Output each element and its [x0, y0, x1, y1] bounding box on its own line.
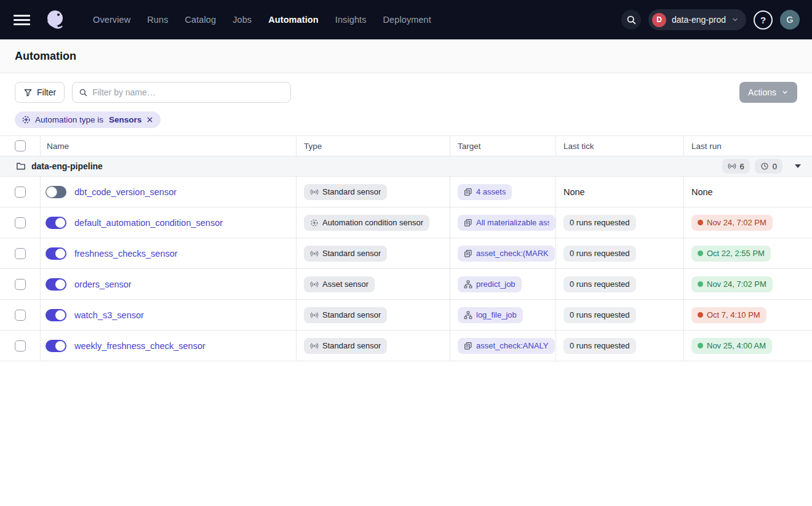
top-nav: OverviewRunsCatalogJobsAutomationInsight… — [0, 0, 812, 39]
table-row: default_automation_condition_sensor Auto… — [0, 207, 812, 238]
funnel-icon — [23, 88, 33, 97]
last-run-status[interactable]: Oct 7, 4:10 PM — [691, 307, 766, 323]
last-tick-status: 0 runs requested — [563, 307, 636, 323]
sensor-icon — [728, 162, 736, 171]
actions-button[interactable]: Actions — [739, 82, 797, 103]
name-filter-input[interactable] — [92, 87, 284, 97]
nav-item-automation[interactable]: Automation — [268, 15, 319, 25]
table-row: dbt_code_version_sensor Standard sensor — [0, 177, 812, 207]
sensor-icon — [310, 188, 319, 196]
asset-icon — [464, 249, 472, 258]
sensor-enabled-toggle[interactable] — [46, 247, 66, 260]
sensor-type-badge: Standard sensor — [304, 338, 387, 354]
deployment-avatar: D — [652, 13, 666, 27]
nav-item-jobs[interactable]: Jobs — [233, 15, 252, 25]
table-row: freshness_checks_sensor Standard sensor — [0, 238, 812, 269]
chevron-down-icon — [781, 89, 789, 96]
automation-table: Name Type Target Last tick Last run data… — [0, 135, 812, 361]
help-button[interactable]: ? — [754, 10, 773, 30]
last-run-status[interactable]: Nov 25, 4:00 AM — [691, 338, 772, 354]
select-all-checkbox[interactable] — [15, 140, 26, 151]
last-tick-status: 0 runs requested — [563, 338, 636, 354]
sensor-name-link[interactable]: dbt_code_version_sensor — [74, 187, 177, 197]
sensor-name-link[interactable]: weekly_freshness_check_sensor — [74, 341, 205, 351]
nav-item-runs[interactable]: Runs — [147, 15, 168, 25]
row-checkbox[interactable] — [15, 217, 26, 228]
last-run-status: None — [691, 187, 713, 197]
dagster-logo-icon[interactable] — [44, 8, 67, 31]
group-expand-caret[interactable] — [792, 164, 803, 168]
nav-items: OverviewRunsCatalogJobsAutomationInsight… — [93, 15, 431, 25]
clock-icon — [760, 162, 769, 171]
search-icon — [626, 15, 637, 25]
row-checkbox[interactable] — [15, 340, 26, 351]
sensor-enabled-toggle[interactable] — [46, 309, 66, 321]
run-status-dot — [698, 220, 703, 225]
row-checkbox[interactable] — [15, 310, 26, 321]
code-location-group-row[interactable]: data-eng-pipeline 6 0 — [0, 156, 812, 177]
sensor-icon — [310, 342, 319, 350]
row-checkbox[interactable] — [15, 279, 26, 290]
column-header-name: Name — [40, 136, 296, 156]
page-title: Automation — [15, 50, 76, 63]
target-link[interactable]: predict_job — [458, 276, 522, 292]
hamburger-menu-icon[interactable] — [14, 15, 30, 25]
sensor-type-badge: Automation condition sensor — [304, 215, 429, 231]
table-row: orders_sensor Asset sensor — [0, 269, 812, 300]
folder-icon — [16, 161, 26, 171]
toolbar: Filter Actions — [0, 73, 812, 110]
nav-item-deployment[interactable]: Deployment — [383, 15, 431, 25]
table-body: dbt_code_version_sensor Standard sensor — [0, 177, 812, 361]
sensor-icon — [310, 249, 319, 258]
nav-item-catalog[interactable]: Catalog — [185, 15, 216, 25]
nav-item-insights[interactable]: Insights — [335, 15, 367, 25]
asset-icon — [464, 342, 472, 350]
sensor-enabled-toggle[interactable] — [46, 186, 66, 198]
sensor-enabled-toggle[interactable] — [46, 217, 66, 229]
sensor-type-badge: Standard sensor — [304, 246, 387, 262]
target-link[interactable]: asset_check:(MARK — [458, 246, 555, 262]
sensor-name-link[interactable]: freshness_checks_sensor — [74, 249, 178, 259]
remove-filter-icon[interactable] — [146, 116, 154, 124]
sensor-enabled-toggle[interactable] — [46, 278, 66, 291]
run-status-dot — [698, 251, 703, 256]
run-status-dot — [698, 281, 703, 287]
last-run-status[interactable]: Nov 24, 7:02 PM — [691, 215, 773, 231]
name-filter-box — [72, 82, 291, 103]
target-link[interactable]: log_file_job — [458, 307, 523, 323]
last-tick-status: None — [563, 187, 585, 197]
search-icon — [79, 88, 88, 97]
asset-icon — [464, 219, 472, 227]
automation-condition-icon — [310, 219, 319, 227]
filter-chip-automation-type[interactable]: Automation type is Sensors — [15, 111, 161, 128]
target-link[interactable]: asset_check:ANALY — [458, 338, 555, 354]
sensor-type-badge: Standard sensor — [304, 184, 387, 200]
filter-button[interactable]: Filter — [15, 82, 65, 103]
row-checkbox[interactable] — [15, 187, 26, 198]
user-avatar[interactable]: G — [780, 10, 800, 30]
run-status-dot — [698, 343, 703, 348]
table-row: weekly_freshness_check_sensor Standard s… — [0, 331, 812, 361]
last-tick-status: 0 runs requested — [563, 276, 636, 292]
target-link[interactable]: 4 assets — [458, 184, 512, 200]
filter-chip-value: Sensors — [109, 115, 141, 124]
last-run-status[interactable]: Nov 24, 7:02 PM — [691, 276, 773, 292]
table-header: Name Type Target Last tick Last run — [0, 136, 812, 156]
nav-item-overview[interactable]: Overview — [93, 15, 130, 25]
deployment-name: data-eng-prod — [672, 15, 726, 25]
deployment-switcher[interactable]: D data-eng-prod — [648, 9, 746, 30]
search-button[interactable] — [621, 10, 641, 30]
sensor-name-link[interactable]: default_automation_condition_sensor — [74, 218, 223, 228]
column-header-last-tick: Last tick — [555, 136, 683, 156]
sensor-enabled-toggle[interactable] — [46, 340, 66, 352]
row-checkbox[interactable] — [15, 248, 26, 259]
column-header-last-run: Last run — [683, 136, 812, 156]
sensor-type-badge: Asset sensor — [304, 276, 375, 292]
job-graph-icon — [464, 280, 472, 289]
sensor-name-link[interactable]: watch_s3_sensor — [74, 310, 144, 320]
sensor-name-link[interactable]: orders_sensor — [74, 279, 132, 289]
last-tick-status: 0 runs requested — [563, 246, 636, 262]
last-run-status[interactable]: Oct 22, 2:55 PM — [691, 246, 771, 262]
sensor-type-badge: Standard sensor — [304, 307, 387, 323]
target-link[interactable]: All materializable assets — [458, 215, 555, 231]
